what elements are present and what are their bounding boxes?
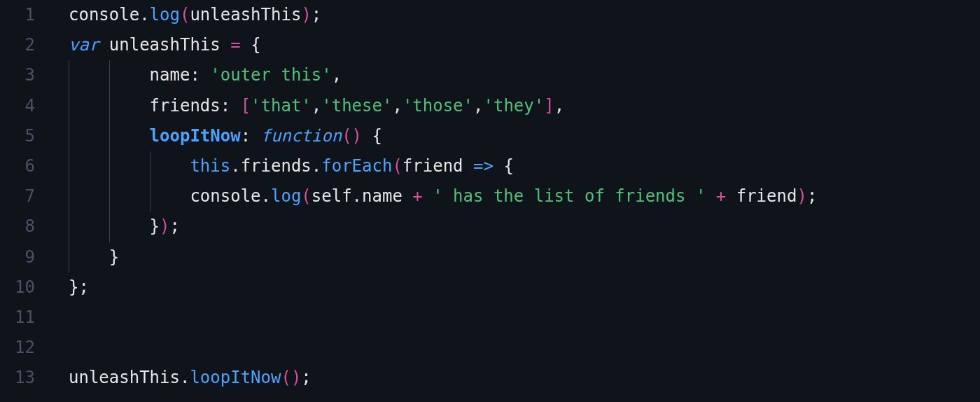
code-token: )	[160, 216, 169, 236]
code-token: {	[372, 126, 382, 146]
code-token: ;	[312, 5, 321, 25]
code-token: }	[109, 247, 119, 267]
code-token: .	[180, 368, 190, 387]
code-token: =	[230, 35, 240, 55]
code-line[interactable]: }	[49, 242, 980, 272]
code-token	[726, 186, 736, 206]
line-number: 4	[0, 91, 35, 121]
code-token: ]	[544, 96, 554, 116]
line-number: 11	[0, 303, 35, 333]
code-line[interactable]: unleashThis.loopItNow();	[49, 363, 980, 393]
code-token: unleashThis	[109, 35, 220, 55]
code-token: log	[271, 186, 301, 206]
code-token: loopItNow	[150, 126, 241, 146]
code-token: (	[301, 186, 311, 206]
code-token	[402, 186, 412, 206]
code-token	[69, 156, 190, 176]
code-token: friends	[150, 96, 220, 116]
code-token: 'outer this'	[210, 65, 331, 85]
code-token: (	[392, 156, 402, 176]
line-number: 6	[0, 151, 35, 181]
code-line[interactable]	[49, 333, 980, 363]
code-token: 'these'	[321, 96, 392, 116]
code-token: )	[797, 186, 806, 206]
code-token	[241, 35, 251, 55]
line-number: 3	[0, 60, 35, 90]
code-token: :	[190, 65, 200, 85]
code-area[interactable]: console.log(unleashThis);var unleashThis…	[49, 0, 980, 402]
code-token: {	[503, 156, 513, 176]
code-token: .	[352, 186, 362, 206]
code-token	[69, 216, 150, 236]
code-token: (	[342, 126, 351, 146]
line-number: 13	[0, 363, 35, 393]
code-editor[interactable]: 12345678910111213 console.log(unleashThi…	[0, 0, 980, 402]
code-token: console	[190, 186, 260, 206]
code-token: name	[150, 65, 190, 85]
code-token: log	[150, 5, 180, 25]
code-token: {	[251, 35, 260, 55]
line-number: 12	[0, 333, 35, 363]
code-token	[230, 96, 240, 116]
code-line[interactable]: var unleashThis = {	[49, 30, 980, 60]
line-number: 10	[0, 272, 35, 303]
code-token	[423, 186, 433, 206]
line-number: 5	[0, 121, 35, 151]
code-token: friends	[241, 156, 312, 176]
code-token: (	[281, 368, 290, 387]
code-token: )	[352, 126, 362, 146]
line-number: 7	[0, 181, 35, 212]
code-token	[69, 65, 150, 85]
code-token	[493, 156, 503, 176]
code-token: ,	[554, 96, 564, 116]
code-token: friend	[736, 186, 797, 206]
code-line[interactable]: console.log(self.name + ' has the list o…	[49, 181, 980, 212]
code-token: ,	[392, 96, 402, 116]
code-token: .	[261, 186, 271, 206]
code-token: 'they'	[483, 96, 544, 116]
line-number: 2	[0, 30, 35, 60]
code-token	[200, 65, 210, 85]
code-token: function	[261, 126, 342, 146]
code-token: ,	[332, 65, 342, 85]
line-number: 8	[0, 212, 35, 242]
code-token: .	[312, 156, 321, 176]
code-token: }	[150, 216, 160, 236]
code-token: )	[301, 5, 311, 25]
code-token: forEach	[321, 156, 392, 176]
code-line[interactable]: console.log(unleashThis);	[49, 0, 980, 30]
code-token: ,	[312, 96, 321, 116]
code-token: 'those'	[402, 96, 473, 116]
code-token: +	[412, 186, 422, 206]
code-token: .	[230, 156, 240, 176]
code-line[interactable]: loopItNow: function() {	[49, 121, 980, 151]
code-line[interactable]	[49, 303, 980, 333]
code-token	[69, 247, 109, 267]
code-token: unleashThis	[190, 5, 301, 25]
code-token	[251, 126, 260, 146]
code-token: friend	[402, 156, 463, 176]
code-token: self	[312, 186, 352, 206]
code-line[interactable]: };	[49, 272, 980, 303]
code-token: [	[241, 96, 251, 116]
code-line[interactable]: this.friends.forEach(friend => {	[49, 151, 980, 181]
code-token: )	[291, 368, 301, 387]
code-token: =>	[473, 156, 493, 176]
code-token: ,	[473, 96, 483, 116]
line-number-gutter: 12345678910111213	[0, 0, 49, 402]
code-token	[706, 186, 715, 206]
code-token	[99, 35, 108, 55]
code-line[interactable]: });	[49, 212, 980, 242]
code-line[interactable]: friends: ['that','these','those','they']…	[49, 91, 980, 121]
code-token	[362, 126, 372, 146]
code-line[interactable]: name: 'outer this',	[49, 60, 980, 90]
code-token	[220, 35, 230, 55]
code-token: this	[190, 156, 230, 176]
code-token	[463, 156, 473, 176]
code-token	[69, 126, 150, 146]
code-token: 'that'	[251, 96, 312, 116]
code-token: .	[139, 5, 149, 25]
code-token: ;	[170, 216, 180, 236]
code-token	[69, 186, 190, 206]
code-token: ' has the list of friends '	[433, 186, 706, 206]
